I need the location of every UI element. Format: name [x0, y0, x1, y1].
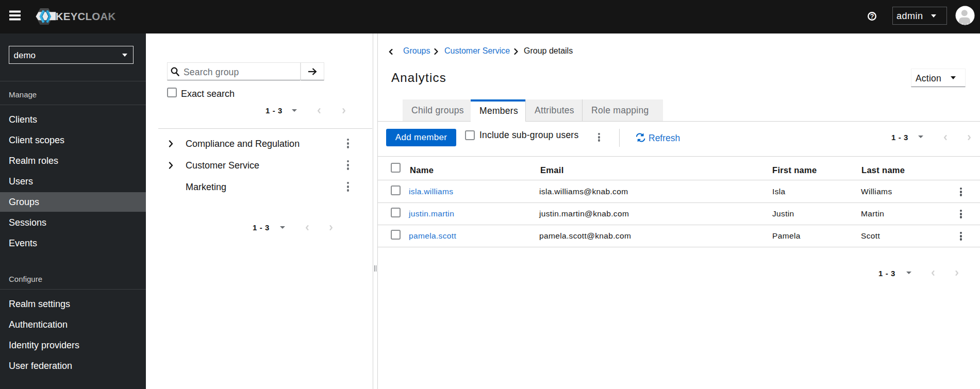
svg-text:?: ?	[870, 13, 874, 20]
svg-text:KEYCLOAK: KEYCLOAK	[56, 10, 116, 22]
